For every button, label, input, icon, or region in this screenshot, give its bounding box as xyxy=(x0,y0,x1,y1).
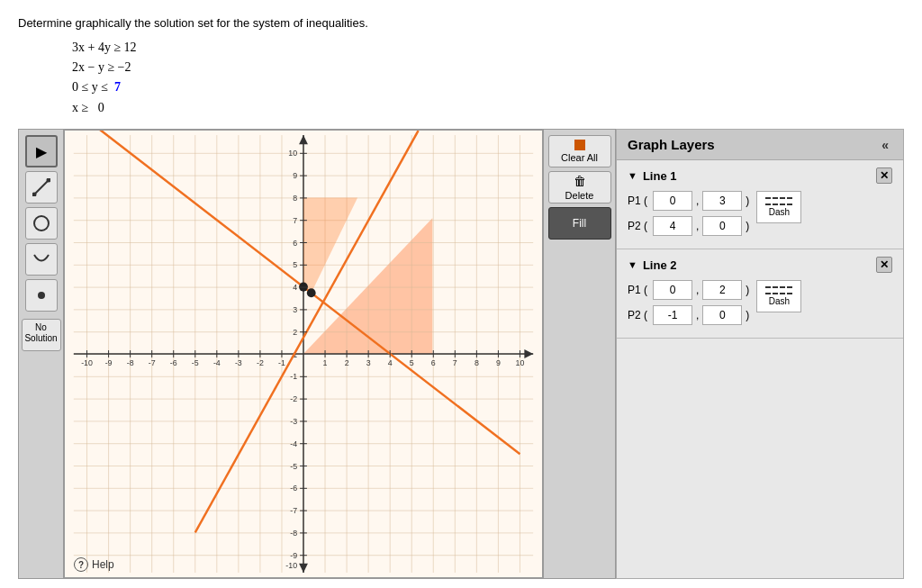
layer2-dash-line-icon xyxy=(765,286,792,288)
svg-text:-9: -9 xyxy=(105,358,113,367)
layer2-p2-label: P2 ( xyxy=(628,309,649,321)
layer-section-line2: ▼ Line 2 ✕ P1 ( , ) xyxy=(617,249,903,339)
layer2-dash-button[interactable]: Dash xyxy=(756,280,801,312)
layer1-p1-label: P1 ( xyxy=(628,194,649,207)
layer2-dash-line-icon2 xyxy=(765,293,792,294)
graph-svg: -10 -9 -8 -7 -6 -5 -4 -3 -2 -1 1 2 3 4 xyxy=(65,131,542,577)
fill-label: Fill xyxy=(573,217,586,230)
svg-text:6: 6 xyxy=(293,238,297,247)
layer1-p2-y[interactable] xyxy=(702,216,742,236)
graph-container[interactable]: -10 -9 -8 -7 -6 -5 -4 -3 -2 -1 1 2 3 4 xyxy=(63,129,544,579)
help-link[interactable]: ? Help xyxy=(74,557,114,572)
layer2-close-button[interactable]: ✕ xyxy=(876,257,892,273)
svg-text:1: 1 xyxy=(323,358,328,367)
help-icon: ? xyxy=(74,557,88,572)
layer1-name: Line 1 xyxy=(643,169,677,183)
point-tool[interactable] xyxy=(25,279,58,312)
layer1-p1-y[interactable] xyxy=(702,191,742,211)
svg-text:-5: -5 xyxy=(290,461,297,470)
layer1-points: P1 ( , ) P2 ( , ) xyxy=(628,191,749,241)
clear-all-icon xyxy=(574,140,585,150)
layer1-p1-x[interactable] xyxy=(653,191,692,211)
no-solution-button[interactable]: NoSolution xyxy=(22,319,61,351)
svg-line-0 xyxy=(34,180,49,194)
svg-text:-7: -7 xyxy=(149,358,156,367)
layer1-p1-close: ) xyxy=(746,194,749,207)
layers-title: Graph Layers xyxy=(628,137,715,152)
eq4: x ≥ 0 xyxy=(72,98,904,118)
layer2-content: P1 ( , ) P2 ( , ) xyxy=(628,280,892,330)
layer1-p2-label: P2 ( xyxy=(628,220,649,232)
layer2-p1-x[interactable] xyxy=(653,280,692,300)
delete-button[interactable]: 🗑 Delete xyxy=(548,171,611,204)
right-panel: Clear All 🗑 Delete Fill xyxy=(544,129,616,579)
svg-text:7: 7 xyxy=(293,216,297,225)
eq2: 2x − y ≥ −2 xyxy=(72,58,904,77)
svg-text:-1: -1 xyxy=(278,358,285,367)
graph-area: -10 -9 -8 -7 -6 -5 -4 -3 -2 -1 1 2 3 4 xyxy=(63,129,616,579)
collapse-button[interactable]: « xyxy=(878,138,892,152)
layer2-dash-label: Dash xyxy=(769,296,790,306)
point-intersection xyxy=(307,288,316,297)
layer-section-line1: ▼ Line 1 ✕ P1 ( , ) xyxy=(617,160,903,249)
svg-text:-7: -7 xyxy=(290,506,297,515)
layers-panel: Graph Layers « ▼ Line 1 ✕ P1 ( xyxy=(616,129,904,579)
circle-tool[interactable] xyxy=(25,207,58,240)
layer2-p2-x[interactable] xyxy=(653,305,692,325)
problem-title: Determine graphically the solution set f… xyxy=(18,14,904,32)
clear-all-label: Clear All xyxy=(561,152,598,163)
svg-text:-5: -5 xyxy=(192,358,199,367)
layer1-dash-button[interactable]: Dash xyxy=(756,191,801,223)
problem-text: Determine graphically the solution set f… xyxy=(18,14,904,118)
layer1-expand-icon[interactable]: ▼ xyxy=(628,170,637,181)
layer2-expand-icon[interactable]: ▼ xyxy=(628,259,637,270)
layer1-p2-x[interactable] xyxy=(653,216,692,236)
clear-all-button[interactable]: Clear All xyxy=(548,135,611,167)
svg-text:7: 7 xyxy=(453,358,457,367)
select-tool[interactable]: ▶ xyxy=(25,135,58,167)
svg-text:-4: -4 xyxy=(213,358,221,367)
svg-text:8: 8 xyxy=(475,358,479,367)
svg-point-3 xyxy=(34,216,49,231)
layer1-p2-comma: , xyxy=(696,220,699,232)
layer2-p2-y[interactable] xyxy=(702,305,742,325)
svg-text:3: 3 xyxy=(293,305,297,314)
svg-text:-10: -10 xyxy=(81,358,93,367)
svg-text:-4: -4 xyxy=(290,439,297,448)
layer1-close-button[interactable]: ✕ xyxy=(876,167,892,184)
svg-text:8: 8 xyxy=(293,194,297,203)
svg-text:-8: -8 xyxy=(127,358,134,367)
layer2-title-row: ▼ Line 2 xyxy=(628,258,676,272)
svg-text:2: 2 xyxy=(345,358,349,367)
layer1-header: ▼ Line 1 ✕ xyxy=(628,167,892,184)
layer1-dash-line-icon xyxy=(765,197,792,199)
layer1-p1-row: P1 ( , ) xyxy=(628,191,749,211)
equations: 3x + 4y ≥ 12 2x − y ≥ −2 0 ≤ y ≤ 7 x ≥ 0 xyxy=(72,38,904,119)
layers-header: Graph Layers « xyxy=(617,130,903,160)
eq1: 3x + 4y ≥ 12 xyxy=(72,38,904,58)
trash-icon: 🗑 xyxy=(574,174,586,188)
layer1-dash-label: Dash xyxy=(769,207,790,217)
layer2-name: Line 2 xyxy=(643,258,677,272)
toolbar: ▶ xyxy=(18,129,63,579)
svg-text:10: 10 xyxy=(288,149,297,158)
layer2-p1-comma: , xyxy=(696,284,699,296)
svg-text:10: 10 xyxy=(516,358,525,367)
svg-text:6: 6 xyxy=(431,358,436,367)
layer2-p1-y[interactable] xyxy=(702,280,742,300)
eq3: 0 ≤ y ≤ 7 xyxy=(72,77,904,97)
layer2-p1-close: ) xyxy=(746,284,749,296)
svg-text:-2: -2 xyxy=(290,394,297,403)
layer1-p1-comma: , xyxy=(696,194,699,207)
line-tool[interactable] xyxy=(25,171,58,204)
svg-text:-10: -10 xyxy=(285,561,297,570)
layer1-dash-line-icon2 xyxy=(765,204,792,205)
main-area: ▶ xyxy=(18,129,904,579)
layer2-p1-label: P1 ( xyxy=(628,284,649,296)
svg-text:4: 4 xyxy=(388,358,393,367)
point-0-3 xyxy=(299,283,308,292)
layer2-points: P1 ( , ) P2 ( , ) xyxy=(628,280,749,330)
curve-tool[interactable] xyxy=(25,243,58,276)
fill-button[interactable]: Fill xyxy=(548,207,611,240)
svg-text:9: 9 xyxy=(496,358,501,367)
